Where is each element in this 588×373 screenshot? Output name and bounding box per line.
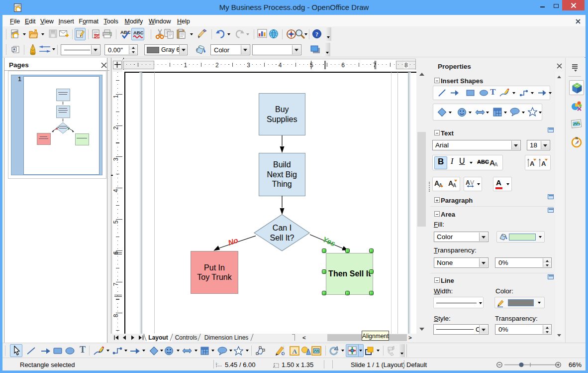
svg-text:A: A [541,160,546,167]
svg-text:?: ? [315,31,318,38]
svg-text:PDF: PDF [94,35,100,38]
svg-text:A: A [466,179,470,186]
svg-text:ABC: ABC [133,30,143,35]
svg-text:A: A [494,161,498,167]
svg-text:N: N [576,136,578,140]
svg-text:A: A [292,348,297,355]
svg-text:A: A [453,183,456,188]
svg-text:A: A [530,160,535,167]
